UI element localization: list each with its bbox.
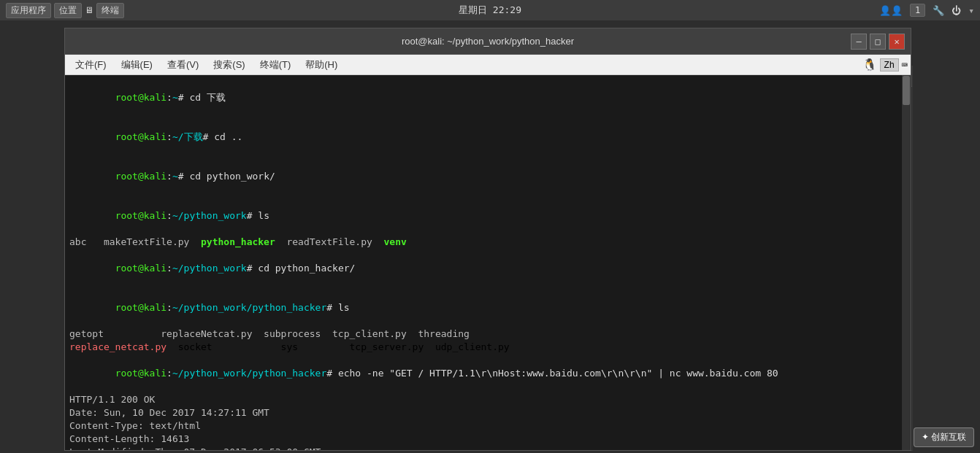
terminal-line-2: root@kali:~/下载# cd ..	[69, 117, 897, 157]
pos-menu-button[interactable]: 位置	[54, 3, 82, 18]
prompt-path-2: ~/下载	[172, 131, 203, 142]
prompt-path-7: ~/python_work/python_hacker	[172, 302, 326, 313]
prompt-user-10: root@kali	[115, 368, 166, 379]
maximize-button[interactable]: □	[870, 34, 886, 50]
terminal-line-12: Date: Sun, 10 Dec 2017 14:27:11 GMT	[69, 406, 897, 419]
menu-terminal[interactable]: 终端(T)	[253, 57, 299, 73]
prompt-path-3: ~	[172, 171, 178, 182]
terminal-line-13: Content-Type: text/html	[69, 419, 897, 433]
terminal-title-bar: root@kali: ~/python_work/python_hacker –…	[65, 28, 911, 55]
terminal-scrollbar[interactable]	[902, 75, 911, 450]
terminal-line-14: Content-Length: 14613	[69, 433, 897, 446]
terminal-line-3: root@kali:~# cd python_work/	[69, 157, 897, 196]
power-icon[interactable]: ⏻	[952, 5, 961, 16]
terminal-line-10: root@kali:~/python_work/python_hacker# e…	[69, 354, 897, 393]
terminal-main: root@kali:~# cd 下载 root@kali:~/下载# cd ..…	[65, 75, 902, 450]
terminal-line-15: Last-Modified: Thu, 07 Dec 2017 06:53:00…	[69, 446, 897, 450]
power-chevron: ▾	[968, 5, 974, 16]
terminal-title: root@kali: ~/python_work/python_hacker	[402, 36, 574, 47]
menu-search[interactable]: 搜索(S)	[206, 57, 252, 73]
term-menu-button[interactable]: 终端	[96, 3, 124, 18]
menu-help[interactable]: 帮助(H)	[298, 57, 345, 73]
watermark-symbol: ✦	[922, 432, 929, 442]
keyboard-icon: ⌨	[902, 59, 908, 71]
menu-edit[interactable]: 编辑(E)	[114, 57, 160, 73]
scrollbar-thumb	[903, 76, 910, 105]
terminal-line-4: root@kali:~/python_work# ls	[69, 196, 897, 236]
prompt-path-6: ~/python_work	[172, 263, 247, 274]
watermark-text: 创新互联	[931, 432, 966, 442]
terminal-line-11: HTTP/1.1 200 OK	[69, 393, 897, 406]
terminal-line-1: root@kali:~# cd 下载	[69, 78, 897, 117]
terminal-line-6: root@kali:~/python_work# cd python_hacke…	[69, 249, 897, 288]
user-icon: 👤👤	[879, 5, 903, 16]
sys-bar-left: 应用程序 位置 🖥 终端	[6, 3, 124, 18]
system-bar: 应用程序 位置 🖥 终端 星期日 22:29 👤👤 1 🔧 ⏻ ▾	[0, 0, 980, 20]
lang-area: 🐧 Zh ⌨	[862, 58, 908, 71]
terminal-window: root@kali: ~/python_work/python_hacker –…	[64, 28, 911, 451]
prompt-user-3: root@kali	[115, 171, 166, 182]
watermark: ✦ 创新互联	[914, 427, 974, 447]
close-button[interactable]: ✕	[889, 34, 905, 50]
prompt-user-1: root@kali	[115, 92, 166, 103]
num-badge: 1	[910, 4, 925, 17]
lang-indicator[interactable]: Zh	[880, 58, 899, 71]
menu-file[interactable]: 文件(F)	[68, 57, 114, 73]
prompt-user-7: root@kali	[115, 302, 166, 313]
prompt-path-4: ~/python_work	[172, 210, 247, 221]
terminal-line-7: root@kali:~/python_work/python_hacker# l…	[69, 288, 897, 328]
prompt-path-1: ~	[172, 92, 178, 103]
prompt-user-4: root@kali	[115, 210, 166, 221]
terminal-line-5: abc makeTextFile.py python_hacker readTe…	[69, 236, 897, 249]
prompt-user-6: root@kali	[115, 263, 166, 274]
prompt-path-10: ~/python_work/python_hacker	[172, 368, 326, 379]
terminal-icon: 🖥	[85, 5, 93, 15]
datetime-label: 星期日 22:29	[459, 4, 521, 17]
terminal-line-8: getopt replaceNetcat.py subprocess tcp_c…	[69, 328, 897, 341]
minimize-button[interactable]: –	[851, 34, 867, 50]
menu-view[interactable]: 查看(V)	[160, 57, 206, 73]
terminal-line-9: replace_netcat.py socket sys tcp_server.…	[69, 341, 897, 354]
sys-bar-right: 👤👤 1 🔧 ⏻ ▾	[879, 4, 974, 17]
linux-icon: 🐧	[862, 58, 877, 71]
app-menu-button[interactable]: 应用程序	[6, 3, 51, 18]
terminal-menu: 文件(F) 编辑(E) 查看(V) 搜索(S) 终端(T) 帮助(H) 🐧 Zh…	[65, 55, 911, 75]
terminal-content: root@kali:~# cd 下载 root@kali:~/下载# cd ..…	[65, 75, 911, 450]
window-controls: – □ ✕	[851, 34, 905, 50]
prompt-user-2: root@kali	[115, 131, 166, 142]
settings-icon[interactable]: 🔧	[933, 5, 944, 16]
